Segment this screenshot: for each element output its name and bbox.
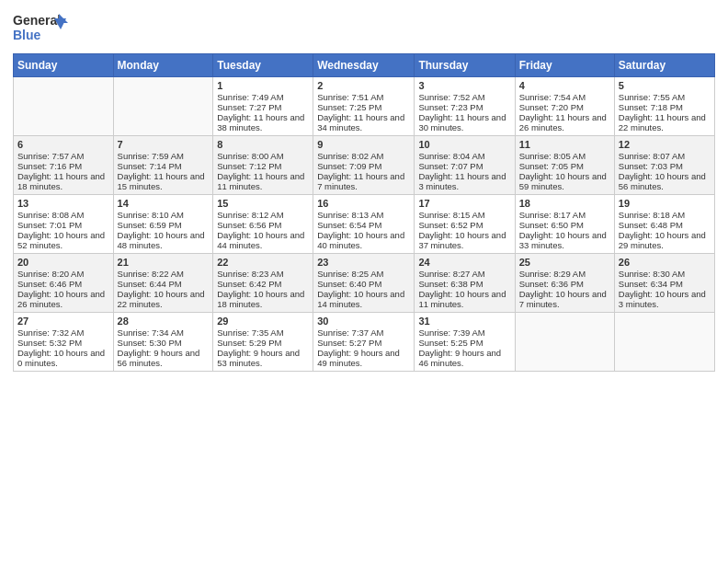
calendar-day: 26Sunrise: 8:30 AMSunset: 6:34 PMDayligh… — [614, 254, 714, 313]
daylight-text: Daylight: 11 hours and 18 minutes. — [17, 171, 109, 191]
sunrise-text: Sunrise: 8:17 AM — [519, 210, 610, 220]
sunrise-text: Sunrise: 7:52 AM — [418, 92, 510, 102]
sunrise-text: Sunrise: 7:55 AM — [619, 92, 711, 102]
day-number: 9 — [317, 139, 410, 150]
day-number: 6 — [17, 139, 109, 150]
weekday-header: Friday — [515, 54, 614, 77]
day-number: 29 — [217, 316, 309, 327]
sunset-text: Sunset: 7:25 PM — [317, 102, 410, 112]
daylight-text: Daylight: 10 hours and 29 minutes. — [619, 230, 711, 250]
day-number: 2 — [317, 80, 410, 91]
day-number: 27 — [17, 316, 109, 327]
calendar-day — [14, 77, 114, 136]
sunset-text: Sunset: 6:52 PM — [418, 220, 510, 230]
daylight-text: Daylight: 10 hours and 37 minutes. — [418, 230, 510, 250]
sunset-text: Sunset: 7:01 PM — [17, 220, 109, 230]
calendar-week: 20Sunrise: 8:20 AMSunset: 6:46 PMDayligh… — [14, 254, 715, 313]
day-number: 30 — [317, 316, 410, 327]
day-number: 25 — [519, 257, 610, 268]
calendar-day: 16Sunrise: 8:13 AMSunset: 6:54 PMDayligh… — [313, 195, 415, 254]
sunset-text: Sunset: 7:14 PM — [118, 161, 210, 171]
day-number: 26 — [619, 257, 711, 268]
calendar-day: 27Sunrise: 7:32 AMSunset: 5:32 PMDayligh… — [14, 313, 114, 372]
sunset-text: Sunset: 7:12 PM — [217, 161, 309, 171]
day-number: 3 — [418, 80, 510, 91]
daylight-text: Daylight: 11 hours and 26 minutes. — [519, 112, 610, 132]
sunset-text: Sunset: 7:20 PM — [519, 102, 610, 112]
weekday-header: Thursday — [415, 54, 515, 77]
calendar-header: SundayMondayTuesdayWednesdayThursdayFrid… — [14, 54, 715, 77]
day-number: 10 — [418, 139, 510, 150]
day-number: 11 — [519, 139, 610, 150]
daylight-text: Daylight: 10 hours and 22 minutes. — [118, 289, 210, 309]
sunset-text: Sunset: 6:48 PM — [619, 220, 711, 230]
sunrise-text: Sunrise: 8:04 AM — [418, 151, 510, 161]
calendar-day: 28Sunrise: 7:34 AMSunset: 5:30 PMDayligh… — [113, 313, 213, 372]
weekday-header: Monday — [113, 54, 213, 77]
daylight-text: Daylight: 11 hours and 38 minutes. — [217, 112, 309, 132]
sunrise-text: Sunrise: 8:12 AM — [217, 210, 309, 220]
daylight-text: Daylight: 10 hours and 40 minutes. — [317, 230, 410, 250]
calendar-day: 20Sunrise: 8:20 AMSunset: 6:46 PMDayligh… — [14, 254, 114, 313]
calendar-day — [515, 313, 614, 372]
svg-text:Blue: Blue — [13, 28, 41, 42]
calendar-day — [614, 313, 714, 372]
sunset-text: Sunset: 6:46 PM — [17, 279, 109, 289]
day-number: 8 — [217, 139, 309, 150]
daylight-text: Daylight: 10 hours and 48 minutes. — [118, 230, 210, 250]
sunrise-text: Sunrise: 8:10 AM — [118, 210, 210, 220]
sunset-text: Sunset: 6:50 PM — [519, 220, 610, 230]
sunrise-text: Sunrise: 8:30 AM — [619, 269, 711, 279]
calendar-day: 9Sunrise: 8:02 AMSunset: 7:09 PMDaylight… — [313, 136, 415, 195]
weekday-header: Sunday — [14, 54, 114, 77]
calendar-day: 12Sunrise: 8:07 AMSunset: 7:03 PMDayligh… — [614, 136, 714, 195]
calendar-day: 23Sunrise: 8:25 AMSunset: 6:40 PMDayligh… — [313, 254, 415, 313]
sunrise-text: Sunrise: 7:35 AM — [217, 327, 309, 338]
sunrise-text: Sunrise: 7:54 AM — [519, 92, 610, 102]
sunset-text: Sunset: 7:07 PM — [418, 161, 510, 171]
calendar-day: 8Sunrise: 8:00 AMSunset: 7:12 PMDaylight… — [213, 136, 313, 195]
day-number: 23 — [317, 257, 410, 268]
sunrise-text: Sunrise: 7:37 AM — [317, 327, 410, 338]
day-number: 28 — [118, 316, 210, 327]
calendar-day: 24Sunrise: 8:27 AMSunset: 6:38 PMDayligh… — [415, 254, 515, 313]
sunset-text: Sunset: 7:16 PM — [17, 161, 109, 171]
sunrise-text: Sunrise: 8:23 AM — [217, 269, 309, 279]
daylight-text: Daylight: 10 hours and 3 minutes. — [619, 289, 711, 309]
sunset-text: Sunset: 6:44 PM — [118, 279, 210, 289]
sunrise-text: Sunrise: 8:29 AM — [519, 269, 610, 279]
daylight-text: Daylight: 11 hours and 15 minutes. — [118, 171, 210, 191]
sunset-text: Sunset: 5:25 PM — [418, 338, 510, 348]
daylight-text: Daylight: 10 hours and 33 minutes. — [519, 230, 610, 250]
sunrise-text: Sunrise: 7:51 AM — [317, 92, 410, 102]
calendar-day: 19Sunrise: 8:18 AMSunset: 6:48 PMDayligh… — [614, 195, 714, 254]
weekday-header: Tuesday — [213, 54, 313, 77]
sunset-text: Sunset: 6:54 PM — [317, 220, 410, 230]
calendar-day: 7Sunrise: 7:59 AMSunset: 7:14 PMDaylight… — [113, 136, 213, 195]
sunrise-text: Sunrise: 7:57 AM — [17, 151, 109, 161]
calendar-week: 1Sunrise: 7:49 AMSunset: 7:27 PMDaylight… — [14, 77, 715, 136]
daylight-text: Daylight: 9 hours and 49 minutes. — [317, 348, 410, 368]
sunrise-text: Sunrise: 8:27 AM — [418, 269, 510, 279]
sunrise-text: Sunrise: 7:59 AM — [118, 151, 210, 161]
daylight-text: Daylight: 10 hours and 7 minutes. — [519, 289, 610, 309]
daylight-text: Daylight: 10 hours and 26 minutes. — [17, 289, 109, 309]
day-number: 18 — [519, 198, 610, 209]
daylight-text: Daylight: 10 hours and 56 minutes. — [619, 171, 711, 191]
daylight-text: Daylight: 10 hours and 0 minutes. — [17, 348, 109, 368]
sunset-text: Sunset: 5:27 PM — [317, 338, 410, 348]
daylight-text: Daylight: 9 hours and 53 minutes. — [217, 348, 309, 368]
sunrise-text: Sunrise: 8:25 AM — [317, 269, 410, 279]
sunset-text: Sunset: 6:59 PM — [118, 220, 210, 230]
weekday-header: Saturday — [614, 54, 714, 77]
sunrise-text: Sunrise: 7:49 AM — [217, 92, 309, 102]
sunset-text: Sunset: 7:09 PM — [317, 161, 410, 171]
calendar-day: 6Sunrise: 7:57 AMSunset: 7:16 PMDaylight… — [14, 136, 114, 195]
sunset-text: Sunset: 6:34 PM — [619, 279, 711, 289]
sunrise-text: Sunrise: 8:02 AM — [317, 151, 410, 161]
sunrise-text: Sunrise: 8:05 AM — [519, 151, 610, 161]
day-number: 1 — [217, 80, 309, 91]
day-number: 16 — [317, 198, 410, 209]
day-number: 14 — [118, 198, 210, 209]
calendar-day: 31Sunrise: 7:39 AMSunset: 5:25 PMDayligh… — [415, 313, 515, 372]
